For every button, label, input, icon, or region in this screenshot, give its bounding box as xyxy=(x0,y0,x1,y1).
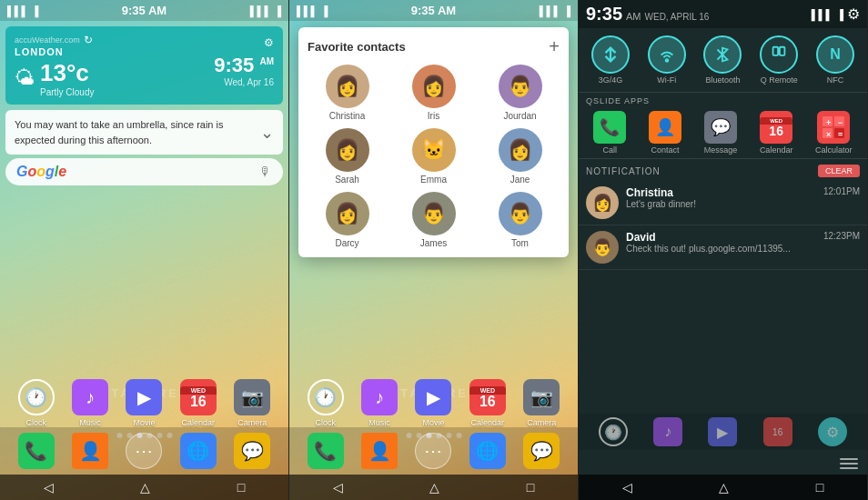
music-label: Music xyxy=(79,418,101,427)
alert-card: You may want to take an umbrella, since … xyxy=(5,110,283,155)
weather-location: LONDON xyxy=(15,46,94,57)
back-button[interactable]: ◁ xyxy=(44,480,54,495)
refresh-icon[interactable]: ↻ xyxy=(84,34,93,46)
chevron-down-icon[interactable]: ⌄ xyxy=(260,123,274,143)
weather-ampm: AM xyxy=(259,56,274,66)
battery-2: ▐ xyxy=(320,5,328,16)
messages-dock-icon[interactable]: 💬 xyxy=(234,433,270,469)
qslide-calendar[interactable]: WED 16 Calendar xyxy=(760,111,793,155)
apps-dock-icon-2[interactable]: ⋯ xyxy=(415,433,451,469)
bluetooth-label: Bluetooth xyxy=(705,75,740,85)
battery-icon: ▐ xyxy=(31,5,38,16)
notif-msg-christina: Let's grab dinner! xyxy=(626,199,816,209)
contact-avatar-emma: 🐱 xyxy=(412,128,456,172)
recents-button-2[interactable]: □ xyxy=(527,480,534,495)
phone-dock-icon[interactable]: 📞 xyxy=(18,433,55,469)
back-button-2[interactable]: ◁ xyxy=(333,480,343,495)
contacts-dock-icon[interactable]: 👤 xyxy=(72,433,108,469)
movie-app[interactable]: ▶ Movie xyxy=(126,379,162,427)
recents-button[interactable]: □ xyxy=(237,480,245,495)
clock-icon-2: 🕐 xyxy=(308,379,344,415)
calendar-label: Calendar xyxy=(182,418,216,427)
contact-darcy[interactable]: 👩 Darcy xyxy=(308,192,387,248)
notif-msg-david: Check this out! plus.google.com/11395... xyxy=(626,244,816,254)
contact-sarah[interactable]: 👩 Sarah xyxy=(308,128,387,185)
weather-source: accuWeather.com xyxy=(15,35,80,45)
qslide-call[interactable]: 📞 Call xyxy=(593,111,626,155)
microphone-icon[interactable]: 🎙 xyxy=(259,165,272,179)
contact-name-iris: Iris xyxy=(428,111,439,121)
browser-dock-icon[interactable]: 🌐 xyxy=(180,433,217,469)
home-button-3[interactable]: △ xyxy=(719,480,729,495)
notification-christina[interactable]: 👩 Christina Let's grab dinner! 12:01PM xyxy=(579,181,867,225)
signal-icons-2: ▌▌▌ ▐ xyxy=(297,5,328,16)
home-button[interactable]: △ xyxy=(140,480,150,495)
calendar-app[interactable]: WED 16 Calendar xyxy=(180,379,217,427)
qslide-calculator[interactable]: + − × = Calculator xyxy=(815,111,853,155)
signal-right-2: ▌▌▌ xyxy=(540,5,560,16)
app-icons-row: 🕐 Clock ♪ Music ▶ Movie WED 16 Calendar … xyxy=(0,379,288,427)
contact-james[interactable]: 👨 James xyxy=(394,192,473,248)
status-bar-2: ▌▌▌ ▐ 9:35 AM ▌▌▌ ▐ xyxy=(289,0,578,21)
qslide-calendar-label: Calendar xyxy=(760,145,793,155)
contacts-dock-icon-2[interactable]: 👤 xyxy=(361,433,398,469)
google-search-bar[interactable]: Google 🎙 xyxy=(5,158,283,185)
music-icon-2: ♪ xyxy=(361,379,398,415)
back-button-3[interactable]: ◁ xyxy=(622,480,632,495)
notification-title: NOTIFICATION xyxy=(586,166,661,176)
camera-icon-2: 📷 xyxy=(523,379,560,415)
movie-app-2[interactable]: ▶ Movie xyxy=(415,379,451,427)
calendar-icon-2: WED 16 xyxy=(469,379,506,415)
music-app-2[interactable]: ♪ Music xyxy=(361,379,398,427)
camera-label-2: Camera xyxy=(527,418,556,427)
signal-bars-2: ▌▌▌ xyxy=(297,5,318,16)
clear-button[interactable]: CLEAR xyxy=(818,165,860,177)
contact-avatar-darcy: 👩 xyxy=(326,192,369,235)
right-status-icons: ▌▌▌ ▐ xyxy=(250,5,281,16)
phone-panel-2: ▌▌▌ ▐ 9:35 AM ▌▌▌ ▐ Favorite contacts + … xyxy=(289,0,579,500)
clock-app-2[interactable]: 🕐 Clock xyxy=(308,379,344,427)
settings-icon[interactable]: ⚙ xyxy=(264,36,274,49)
add-contact-button[interactable]: + xyxy=(549,36,560,57)
qslide-calculator-icon: + − × = xyxy=(817,111,850,144)
clock-icon: 🕐 xyxy=(18,379,55,415)
qslide-message-icon: 💬 xyxy=(704,111,737,144)
toggle-3g4g[interactable]: 3G/4G xyxy=(591,35,630,85)
toggle-bluetooth[interactable]: Bluetooth xyxy=(703,35,742,85)
toggle-qremote[interactable]: Q Remote xyxy=(760,35,798,85)
browser-dock-icon-2[interactable]: 🌐 xyxy=(469,433,506,469)
qslide-message[interactable]: 💬 Message xyxy=(704,111,738,155)
svg-text:×: × xyxy=(826,130,831,139)
camera-app-2[interactable]: 📷 Camera xyxy=(523,379,560,427)
contact-jane[interactable]: 👩 Jane xyxy=(480,128,560,185)
music-app[interactable]: ♪ Music xyxy=(72,379,108,427)
qslide-contact[interactable]: 👤 Contact xyxy=(649,111,681,155)
contact-tom[interactable]: 👨 Tom xyxy=(480,192,560,248)
weather-desc: Partly Cloudy xyxy=(40,87,94,97)
clock-label-2: Clock xyxy=(315,418,336,427)
contact-name-tom: Tom xyxy=(511,238,529,248)
contact-iris[interactable]: 👩 Iris xyxy=(394,65,473,121)
qremote-icon xyxy=(760,35,798,74)
messages-dock-icon-2[interactable]: 💬 xyxy=(523,433,560,469)
alert-text: You may want to take an umbrella, since … xyxy=(15,117,255,147)
home-button-2[interactable]: △ xyxy=(429,480,439,495)
phone-dock-icon-2[interactable]: 📞 xyxy=(308,433,344,469)
contact-jourdan[interactable]: 👨 Jourdan xyxy=(480,65,560,121)
notification-header: NOTIFICATION CLEAR xyxy=(579,159,867,181)
clock-app[interactable]: 🕐 Clock xyxy=(18,379,55,427)
contact-christina[interactable]: 👩 Christina xyxy=(308,65,387,121)
signal-icons: ▌▌▌ ▐ xyxy=(7,5,38,16)
camera-app[interactable]: 📷 Camera xyxy=(234,379,270,427)
toggle-nfc[interactable]: N NFC xyxy=(816,35,854,85)
settings-gear-icon[interactable]: ⚙ xyxy=(847,5,860,23)
apps-dock-icon[interactable]: ⋯ xyxy=(126,433,162,469)
notification-david[interactable]: 👨 David Check this out! plus.google.com/… xyxy=(579,225,867,270)
toggle-wifi[interactable]: Wi-Fi xyxy=(648,35,686,85)
calendar-app-2[interactable]: WED 16 Calendar xyxy=(469,379,506,427)
contact-emma[interactable]: 🐱 Emma xyxy=(394,128,473,185)
music-label-2: Music xyxy=(368,418,390,427)
recents-button-3[interactable]: □ xyxy=(816,480,823,495)
contact-name-jourdan: Jourdan xyxy=(503,111,536,121)
hamburger-menu-icon[interactable] xyxy=(840,458,858,469)
